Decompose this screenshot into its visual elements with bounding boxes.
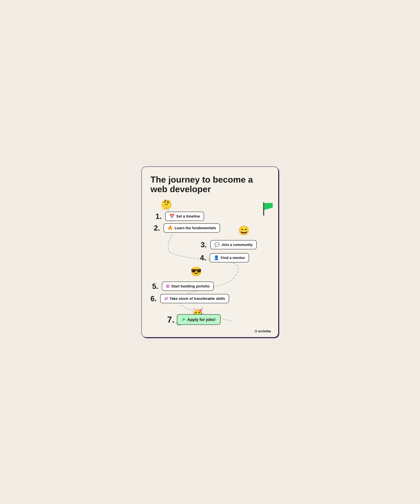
step-1-icon: 📅 [169,214,175,219]
step-1-box: 📅 Set a timeline [165,212,204,221]
main-title: The journey to become a web developer [150,175,270,194]
step-2-icon: 🔥 [167,225,173,231]
step-2-label: Learn the fundementals [175,226,216,230]
step-2: 2. 🔥 Learn the fundementals [154,223,220,233]
step-7-label: Apply for jobs! [187,317,216,322]
step-3-label: Join a community [221,243,253,247]
journey-area: 🤔 1. 📅 Set a timeline 2. 🔥 Learn the fun… [150,200,270,330]
step-3-box: 💬 Join a community [210,240,257,249]
step-5: 5. ⊞ Start building portolio [152,282,214,291]
step-4: 4. 👤 Find a mentor [200,253,249,262]
step-3-number: 3. [201,241,209,249]
step-6-label: Take stock of transferable skills [170,296,225,301]
step-7-icon: ➤ [182,317,186,322]
step-5-number: 5. [152,282,160,290]
step-1: 1. 📅 Set a timeline [155,212,204,221]
step-5-icon: ⊞ [166,284,170,289]
flag-triangle [264,203,273,210]
step-5-box: ⊞ Start building portolio [162,282,214,291]
step-1-number: 1. [155,212,164,221]
step-6-number: 6. [150,294,159,303]
step-2-number: 2. [154,224,162,232]
step-4-number: 4. [200,254,208,262]
scrimba-text: scrimba [258,329,271,333]
step-3-icon: 💬 [214,242,220,247]
step-2-box: 🔥 Learn the fundementals [164,223,220,233]
green-flag [261,202,264,216]
step-6: 6. ⇄ Take stock of transferable skills [150,294,229,303]
step-5-label: Start building portolio [171,284,210,288]
emoji-grinning: 😄 [238,226,249,235]
step-4-icon: 👤 [214,255,219,260]
scrimba-dots-icon [255,330,257,332]
flag-pole [263,202,264,216]
step-3: 3. 💬 Join a community [201,240,257,249]
step-7-number: 7. [167,315,175,325]
step-7: 7. ➤ Apply for jobs! [167,314,220,325]
step-7-box: ➤ Apply for jobs! [177,314,220,325]
emoji-cool: 😎 [191,267,202,276]
step-6-icon: ⇄ [164,296,168,301]
step-1-label: Set a timeline [176,214,200,219]
main-card: The journey to become a web developer 🤔 … [142,167,278,337]
step-4-box: 👤 Find a mentor [210,253,249,262]
emoji-thinking: 🤔 [161,200,172,209]
scrimba-logo: scrimba [255,329,271,333]
step-6-box: ⇄ Take stock of transferable skills [160,294,229,303]
step-4-label: Find a mentor [221,256,245,260]
